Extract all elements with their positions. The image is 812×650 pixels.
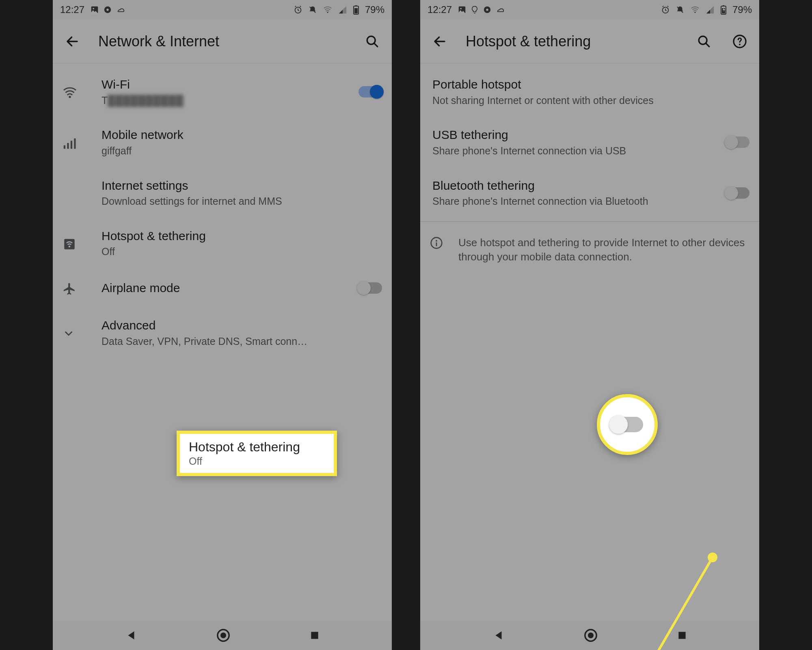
status-time: 12:27: [428, 4, 452, 15]
svg-rect-36: [436, 242, 437, 246]
bluetooth-tethering-toggle[interactable]: [726, 187, 749, 199]
cloud-icon: [116, 5, 126, 14]
info-icon: [430, 235, 458, 249]
battery-pct: 79%: [732, 4, 752, 15]
settings-list: Wi-Fi T██████████ Mobile network giffgaf…: [53, 63, 392, 361]
battery-icon: [353, 5, 359, 15]
hotspot-sub: Off: [102, 245, 382, 259]
row-bluetooth-tethering[interactable]: Bluetooth tethering Share phone's Intern…: [420, 168, 759, 218]
row-hotspot-tethering[interactable]: Hotspot & tethering Off: [53, 218, 392, 269]
battery-pct: 79%: [365, 4, 384, 15]
wifi-title: Wi-Fi: [102, 76, 346, 93]
nav-home-button[interactable]: [584, 628, 598, 642]
callout-sub: Off: [189, 455, 325, 467]
phone-right: 12:27 79% Hotspot & tethering: [420, 0, 759, 650]
disc-icon: [103, 5, 112, 14]
app-bar: Network & Internet: [53, 20, 392, 63]
row-wifi[interactable]: Wi-Fi T██████████: [53, 67, 392, 117]
svg-rect-39: [678, 632, 685, 639]
wifi-icon: [63, 84, 102, 100]
back-button[interactable]: [430, 32, 449, 51]
bulb-icon: [471, 5, 479, 14]
mobile-title: Mobile network: [102, 127, 382, 143]
status-time: 12:27: [60, 4, 84, 15]
nav-back-button[interactable]: [492, 629, 505, 641]
svg-point-16: [69, 245, 71, 247]
signal-icon: [338, 5, 347, 14]
back-button[interactable]: [63, 32, 82, 51]
alarm-icon: [661, 5, 670, 14]
bt-sub: Share phone's Internet connection via Bl…: [432, 195, 713, 208]
page-title: Network & Internet: [98, 33, 346, 50]
dnd-icon: [308, 5, 317, 14]
callout-title: Hotspot & tethering: [189, 440, 325, 455]
alarm-icon: [294, 5, 302, 14]
svg-point-38: [587, 633, 593, 638]
usb-sub: Share phone's Internet connection via US…: [432, 144, 713, 158]
row-portable-hotspot[interactable]: Portable hotspot Not sharing Internet or…: [420, 67, 759, 117]
svg-point-35: [436, 240, 437, 242]
wifi-toggle[interactable]: [358, 86, 382, 98]
row-info: Use hotspot and tethering to provide Int…: [420, 225, 759, 274]
status-bar: 12:27 79%: [53, 0, 392, 20]
svg-point-41: [708, 552, 717, 562]
callout-hotspot-box: Hotspot & tethering Off: [177, 431, 337, 476]
chevron-down-icon: [63, 326, 102, 340]
signal-icon: [706, 5, 715, 14]
svg-point-5: [327, 12, 328, 13]
portable-sub: Not sharing Internet or content with oth…: [432, 94, 749, 108]
portable-title: Portable hotspot: [432, 76, 749, 93]
signal-bars-icon: [63, 134, 102, 150]
search-button[interactable]: [694, 32, 714, 51]
row-airplane-mode[interactable]: Airplane mode: [53, 269, 392, 308]
wifi-status-icon: [323, 5, 333, 14]
airplane-icon: [63, 280, 102, 296]
row-usb-tethering[interactable]: USB tethering Share phone's Internet con…: [420, 117, 759, 167]
phone-left: 12:27 79% Netwo: [53, 0, 392, 650]
svg-point-10: [69, 96, 71, 98]
airplane-title: Airplane mode: [102, 280, 346, 297]
svg-point-3: [106, 9, 109, 11]
callout-leader-line: [53, 361, 392, 650]
photos-icon: [90, 5, 99, 14]
svg-rect-29: [723, 5, 724, 6]
nav-recents-button[interactable]: [677, 630, 687, 641]
settings-list: Portable hotspot Not sharing Internet or…: [420, 63, 759, 277]
info-text: Use hotspot and tethering to provide Int…: [458, 236, 749, 264]
nav-back-button[interactable]: [125, 629, 137, 641]
svg-rect-8: [354, 8, 358, 13]
battery-charging-icon: [720, 5, 727, 15]
svg-rect-7: [355, 5, 357, 6]
search-button[interactable]: [363, 32, 382, 51]
status-bar: 12:27 79%: [420, 0, 759, 20]
hotspot-title: Hotspot & tethering: [102, 228, 382, 245]
app-bar: Hotspot & tethering: [420, 20, 759, 63]
row-mobile-network[interactable]: Mobile network giffgaff: [53, 117, 392, 167]
svg-point-25: [486, 9, 488, 11]
page-title: Hotspot & tethering: [466, 33, 678, 50]
photos-icon: [458, 5, 466, 14]
usb-tethering-toggle[interactable]: [726, 136, 749, 148]
svg-point-27: [694, 12, 695, 13]
svg-rect-14: [74, 139, 76, 149]
wifi-ssid-obscured: ██████████: [108, 95, 184, 106]
airplane-toggle[interactable]: [358, 282, 382, 294]
callout-toggle-circle: [597, 394, 658, 455]
nav-recents-button[interactable]: [309, 630, 320, 641]
nav-bar: [420, 621, 759, 650]
dnd-icon: [676, 5, 685, 14]
row-internet-settings[interactable]: Internet settings Download settings for …: [53, 168, 392, 218]
internet-sub: Download settings for internet and MMS: [102, 195, 382, 208]
callout-toggle: [611, 417, 643, 432]
svg-rect-11: [64, 145, 65, 149]
help-button[interactable]: [730, 32, 749, 51]
nav-home-button[interactable]: [216, 628, 230, 642]
row-advanced[interactable]: Advanced Data Saver, VPN, Private DNS, S…: [53, 308, 392, 358]
svg-point-23: [460, 8, 462, 9]
svg-point-1: [93, 8, 94, 9]
divider: [420, 221, 759, 222]
mobile-sub: giffgaff: [102, 144, 382, 158]
usb-title: USB tethering: [432, 127, 713, 143]
advanced-title: Advanced: [102, 317, 382, 334]
disc-icon: [483, 5, 492, 14]
